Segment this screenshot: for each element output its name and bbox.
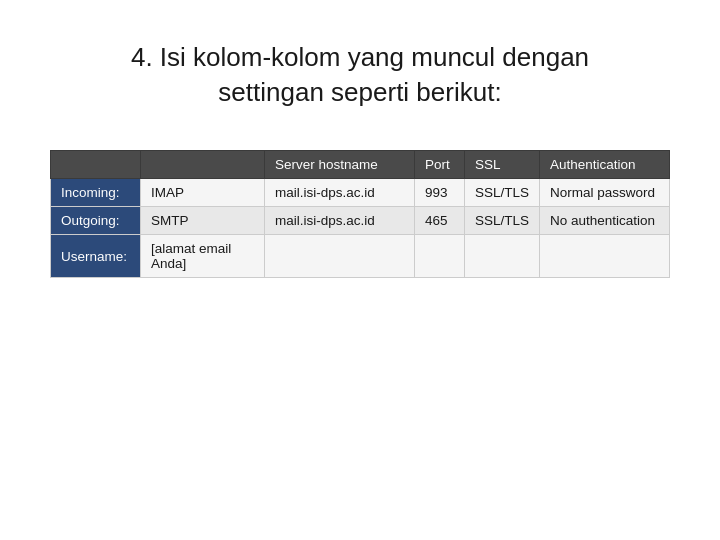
row1-type: IMAP bbox=[141, 179, 265, 207]
header-server: Server hostname bbox=[264, 151, 414, 179]
row1-ssl: SSL/TLS bbox=[464, 179, 539, 207]
header-ssl: SSL bbox=[464, 151, 539, 179]
row3-port bbox=[414, 235, 464, 278]
row2-ssl: SSL/TLS bbox=[464, 207, 539, 235]
row1-server: mail.isi-dps.ac.id bbox=[264, 179, 414, 207]
row3-ssl bbox=[464, 235, 539, 278]
row2-label: Outgoing: bbox=[51, 207, 141, 235]
table-row: Outgoing: SMTP mail.isi-dps.ac.id 465 SS… bbox=[51, 207, 670, 235]
row3-type: [alamat email Anda] bbox=[141, 235, 265, 278]
row3-label: Username: bbox=[51, 235, 141, 278]
header-type bbox=[141, 151, 265, 179]
row2-port: 465 bbox=[414, 207, 464, 235]
page-title: 4. Isi kolom-kolom yang muncul dengan se… bbox=[131, 40, 589, 110]
row2-server: mail.isi-dps.ac.id bbox=[264, 207, 414, 235]
row1-port: 993 bbox=[414, 179, 464, 207]
row2-auth: No authentication bbox=[540, 207, 670, 235]
row1-auth: Normal password bbox=[540, 179, 670, 207]
table-row: Username: [alamat email Anda] bbox=[51, 235, 670, 278]
header-port: Port bbox=[414, 151, 464, 179]
row2-type: SMTP bbox=[141, 207, 265, 235]
header-label bbox=[51, 151, 141, 179]
row1-label: Incoming: bbox=[51, 179, 141, 207]
header-auth: Authentication bbox=[540, 151, 670, 179]
table-row: Incoming: IMAP mail.isi-dps.ac.id 993 SS… bbox=[51, 179, 670, 207]
row3-auth bbox=[540, 235, 670, 278]
settings-table-wrapper: Server hostname Port SSL Authentication … bbox=[50, 150, 670, 278]
row3-server bbox=[264, 235, 414, 278]
settings-table: Server hostname Port SSL Authentication … bbox=[50, 150, 670, 278]
